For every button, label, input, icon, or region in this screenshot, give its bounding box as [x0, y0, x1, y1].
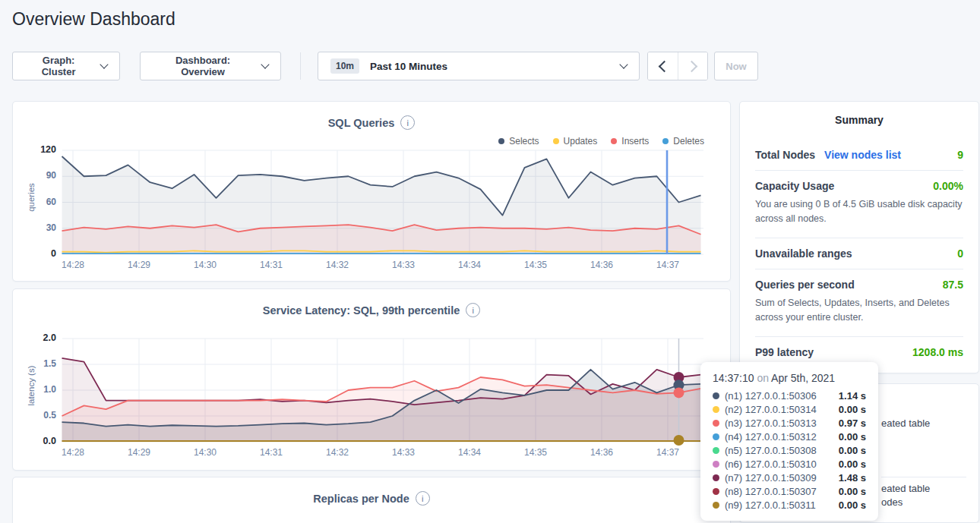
node-color-dot-icon	[713, 420, 719, 427]
tooltip-node-row: (n4) 127.0.0.1:503120.00 s	[713, 430, 866, 443]
summary-value: 9	[957, 149, 963, 161]
graph-dropdown[interactable]: Graph: Cluster	[12, 52, 120, 80]
chevron-right-icon	[685, 60, 697, 72]
x-axis-tick-label: 14:36	[579, 447, 624, 458]
y-axis-tick-label: 30	[24, 222, 56, 233]
node-color-dot-icon	[713, 474, 719, 481]
tooltip-node-label: (n9) 127.0.0.1:50311	[725, 499, 816, 511]
tooltip-node-row: (n3) 127.0.0.1:503130.97 s	[713, 416, 866, 430]
summary-value: 87.5	[943, 279, 963, 291]
y-axis-tick-label: 1.5	[24, 358, 56, 369]
chart-legend: SelectsUpdatesInsertsDeletes	[498, 136, 704, 147]
x-axis-tick-label: 14:34	[447, 447, 492, 458]
legend-item[interactable]: Updates	[553, 136, 598, 147]
chart-title: Replicas per Node	[313, 493, 409, 505]
node-color-dot-icon	[713, 461, 719, 468]
summary-row-qps: Queries per second 87.5 Sum of Selects, …	[755, 269, 963, 337]
summary-row-total-nodes: Total Nodes View nodes list 9	[755, 140, 963, 171]
tooltip-node-row: (n2) 127.0.0.1:503140.00 s	[713, 402, 866, 416]
y-axis-tick-label: 0.0	[24, 436, 56, 446]
node-color-dot-icon	[713, 447, 719, 454]
tooltip-node-label: (n6) 127.0.0.1:50310	[725, 458, 817, 470]
summary-row-unavailable-ranges: Unavailable ranges 0	[755, 238, 963, 269]
time-window-badge: 10m	[330, 58, 359, 74]
view-nodes-link[interactable]: View nodes list	[824, 149, 901, 161]
x-axis-tick-label: 14:35	[513, 447, 558, 458]
next-range-button[interactable]	[678, 52, 707, 80]
node-color-dot-icon	[713, 502, 719, 509]
tooltip-node-label: (n8) 127.0.0.1:50307	[725, 486, 817, 497]
y-axis-tick-label: 0	[24, 248, 56, 259]
x-axis-tick-label: 14:33	[381, 260, 426, 270]
dashboard-dropdown[interactable]: Dashboard: Overview	[140, 52, 281, 80]
page-title: Overview Dashboard	[12, 9, 175, 30]
info-icon[interactable]: i	[400, 115, 415, 130]
x-axis-tick-label: 14:31	[248, 447, 294, 458]
x-axis-tick-label: 14:32	[315, 260, 360, 270]
now-button[interactable]: Now	[714, 52, 758, 80]
event-divider	[881, 477, 966, 477]
x-axis-tick-label: 14:32	[315, 447, 360, 458]
legend-item[interactable]: Deletes	[662, 136, 704, 147]
info-icon[interactable]: i	[466, 303, 480, 317]
replicas-per-node-panel: Replicas per Node i	[12, 477, 731, 523]
tooltip-node-label: (n1) 127.0.0.1:50306	[725, 390, 817, 402]
legend-dot-icon	[498, 138, 504, 144]
toolbar-divider	[300, 52, 301, 80]
event-text-fragment: eated table	[881, 417, 930, 429]
node-color-dot-icon	[713, 406, 719, 413]
y-axis-tick-label: 60	[24, 197, 56, 207]
legend-label: Updates	[564, 136, 598, 147]
tooltip-node-row: (n1) 127.0.0.1:503061.14 s	[713, 389, 866, 402]
legend-item[interactable]: Selects	[498, 136, 539, 147]
x-axis-tick-label: 14:34	[447, 260, 492, 270]
x-axis-tick-label: 14:31	[248, 260, 294, 270]
x-axis-tick-label: 14:28	[50, 260, 96, 270]
tooltip-timestamp: 14:37:10 on Apr 5th, 2021	[713, 372, 866, 384]
tooltip-node-value: 0.00 s	[839, 404, 866, 415]
tooltip-node-value: 0.00 s	[839, 458, 866, 470]
tooltip-node-row: (n5) 127.0.0.1:503080.00 s	[713, 443, 866, 457]
toolbar: Graph: Cluster Dashboard: Overview 10m P…	[0, 52, 980, 80]
summary-value: 0.00%	[933, 180, 963, 192]
legend-item[interactable]: Inserts	[611, 136, 649, 147]
x-axis-tick-label: 14:37	[645, 447, 691, 458]
dashboard-dropdown-label: Dashboard: Overview	[153, 55, 253, 77]
sql-queries-panel: SQL Queries i SelectsUpdatesInsertsDelet…	[12, 101, 731, 282]
x-axis-tick-label: 14:30	[182, 260, 228, 270]
y-axis-tick-label: 0.5	[24, 410, 56, 421]
summary-panel: Summary Total Nodes View nodes list 9 Ca…	[739, 101, 979, 373]
tooltip-node-row: (n9) 127.0.0.1:503110.00 s	[713, 498, 866, 512]
tooltip-node-value: 1.14 s	[839, 390, 866, 402]
summary-label: Total Nodes	[755, 149, 815, 161]
legend-dot-icon	[553, 138, 559, 144]
legend-dot-icon	[662, 138, 669, 144]
tooltip-node-row: (n7) 127.0.0.1:503091.48 s	[713, 471, 866, 484]
tooltip-node-value: 0.00 s	[839, 486, 866, 497]
y-axis-tick-label: 90	[24, 170, 56, 181]
x-axis-tick-label: 14:35	[513, 260, 558, 270]
node-color-dot-icon	[713, 488, 719, 495]
tooltip-node-label: (n7) 127.0.0.1:50309	[725, 472, 817, 484]
time-range-pager	[647, 52, 708, 80]
event-text-fragment: odes	[881, 496, 903, 508]
prev-range-button[interactable]	[648, 52, 678, 80]
node-color-dot-icon	[713, 392, 719, 399]
time-range-picker[interactable]: 10m Past 10 Minutes	[318, 52, 640, 80]
x-axis-tick-label: 14:37	[645, 260, 691, 270]
chevron-left-icon	[659, 60, 671, 72]
time-window-label: Past 10 Minutes	[370, 61, 447, 72]
x-axis-tick-label: 14:36	[579, 260, 624, 270]
chevron-down-icon	[100, 60, 109, 68]
info-icon[interactable]: i	[416, 491, 430, 506]
summary-description: Sum of Selects, Updates, Inserts, and De…	[755, 296, 963, 326]
tooltip-node-label: (n5) 127.0.0.1:50308	[725, 445, 817, 456]
summary-description: You are using 0 B of 4.5 GiB usable disk…	[755, 197, 963, 227]
tooltip-node-label: (n2) 127.0.0.1:50314	[725, 404, 817, 415]
x-axis-tick-label: 14:29	[116, 447, 162, 458]
summary-label: Unavailable ranges	[755, 247, 852, 260]
node-color-dot-icon	[713, 433, 719, 440]
legend-dot-icon	[611, 138, 617, 144]
y-axis-tick-label: 2.0	[24, 332, 56, 343]
x-axis-tick-label: 14:33	[381, 447, 426, 458]
